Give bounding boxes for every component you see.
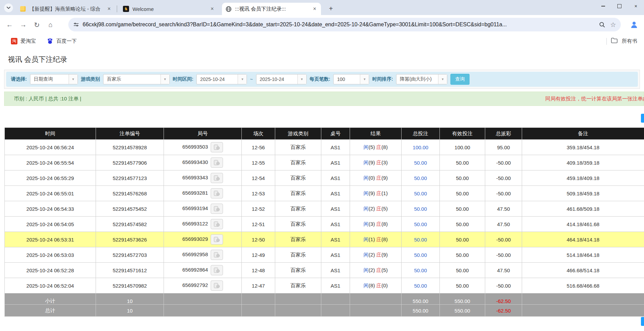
total-bet-link[interactable]: 50.00 (414, 237, 427, 243)
total-bet-link[interactable]: 50.00 (414, 160, 427, 166)
filter-panel: 请选择: 日期查询 ▼ 游戏类别 百家乐 ▼ 时间区间: 2025-10-24 … (4, 70, 640, 89)
reload-icon[interactable]: ↻ (30, 21, 44, 29)
site-info-icon[interactable] (73, 22, 79, 28)
cell-bet-id: 522914571612 (96, 263, 164, 278)
all-bookmarks-label: 所有书 (622, 38, 637, 44)
total-bet-link[interactable]: 50.00 (414, 221, 427, 227)
url-bar[interactable]: 66cxkj98.com/game/betrecord_search/kind3… (68, 18, 621, 31)
close-icon[interactable]: × (106, 6, 112, 12)
table-row[interactable]: 2025-10-24 06:52:04522914570982656992792… (5, 278, 644, 293)
cell-bet-id: 522914576268 (96, 186, 164, 201)
url-text: 66cxkj98.com/game/betrecord_search/kind3… (83, 22, 595, 28)
cell-table: AS1 (321, 217, 350, 232)
result-banker-points: (8) (381, 144, 388, 150)
cell-game-type: 百家乐 (275, 186, 321, 201)
result-banker-points: (0) (381, 282, 388, 288)
table-row[interactable]: 2025-10-24 06:55:29522914577123656993343… (5, 170, 644, 186)
total-bet-link[interactable]: 50.00 (414, 175, 427, 181)
cell-valid-bet: 50.00 (440, 170, 485, 186)
video-replay-button[interactable] (211, 265, 223, 275)
bookmarks-bar: 淘 爱淘宝 百度一下 所有书 (0, 35, 644, 48)
edge-widget-top[interactable] (641, 114, 644, 123)
date-end-input[interactable]: 2025-10-24 ▼ (256, 74, 307, 84)
cell-bet-id: 522914577123 (96, 170, 164, 186)
cell-bet-id: 522914575452 (96, 201, 164, 217)
home-icon[interactable]: ⌂ (44, 21, 57, 29)
search-button[interactable]: 查询 (450, 74, 470, 85)
round-number: 656992864 (182, 267, 208, 273)
table-row[interactable]: 2025-10-24 06:55:54522914577906656993430… (5, 155, 644, 170)
tab-forum[interactable]: 【新提醒】海燕策略论坛 - 综合 × (16, 3, 115, 15)
back-icon[interactable]: ← (3, 21, 16, 29)
close-window-button[interactable]: × (628, 0, 644, 12)
cell-result: 闲(8) 庄(0) (350, 278, 402, 293)
empty-cell (242, 305, 275, 317)
video-replay-button[interactable] (211, 219, 223, 229)
bookmark-baidu[interactable]: 百度一下 (47, 38, 77, 45)
date-end-value: 2025-10-24 (256, 77, 297, 82)
tab-welcome[interactable]: ♞ Welcome × (120, 3, 219, 15)
result-banker-label: 庄 (376, 236, 381, 242)
profile-avatar[interactable] (629, 19, 639, 30)
table-row[interactable]: 2025-10-24 06:52:28522914571612656992864… (5, 263, 644, 278)
table-row[interactable]: 2025-10-24 06:53:03522914572703656992958… (5, 247, 644, 263)
game-type-select[interactable]: 百家乐 ▼ (103, 74, 170, 84)
bookmark-star-icon[interactable]: ☆ (610, 21, 616, 29)
cell-time: 2025-10-24 06:55:29 (5, 170, 96, 186)
sort-select[interactable]: 降冪(由大到小) ▼ (396, 74, 447, 84)
video-replay-button[interactable] (211, 204, 223, 214)
new-tab-button[interactable]: + (326, 4, 335, 13)
video-replay-button[interactable] (211, 142, 223, 152)
tab-search-chevron-icon[interactable] (4, 3, 13, 12)
forward-icon[interactable]: → (16, 21, 30, 29)
video-replay-button[interactable] (211, 157, 223, 168)
total-bet-link[interactable]: 50.00 (414, 283, 427, 289)
total-valid-bet: 550.00 (440, 305, 485, 317)
total-bet-link[interactable]: 50.00 (414, 191, 427, 196)
video-replay-button[interactable] (211, 250, 223, 260)
cell-valid-bet: 50.00 (440, 155, 485, 170)
cell-valid-bet: 50.00 (440, 201, 485, 217)
grand-total-table: 总计 10 550.00 550.00 -62.50 (4, 304, 644, 317)
cell-time: 2025-10-24 06:52:28 (5, 263, 96, 278)
round-number: 656993122 (182, 221, 208, 226)
zoom-page-icon[interactable] (599, 22, 605, 28)
video-replay-button[interactable] (211, 173, 223, 183)
per-page-select[interactable]: 100 ▼ (333, 74, 369, 84)
bookmark-label: 爱淘宝 (20, 38, 36, 44)
edge-widget-bottom[interactable] (641, 317, 644, 326)
all-bookmarks[interactable]: 所有书 (606, 35, 644, 48)
table-row[interactable]: 2025-10-24 06:54:33522914575452656993194… (5, 201, 644, 217)
cell-payout: 95.00 (485, 140, 522, 155)
total-bet-link[interactable]: 100.00 (413, 144, 429, 150)
tab-bet-record[interactable]: :::视讯 会员下注纪录::: × (222, 3, 321, 15)
table-row[interactable]: 2025-10-24 06:54:05522914574582656993122… (5, 217, 644, 232)
video-replay-button[interactable] (211, 188, 223, 198)
minimize-button[interactable] (595, 0, 611, 12)
query-type-select[interactable]: 日期查询 ▼ (30, 74, 78, 84)
maximize-button[interactable] (611, 0, 628, 12)
table-row[interactable]: 2025-10-24 06:55:01522914576268656993281… (5, 186, 644, 201)
total-bet-link[interactable]: 50.00 (414, 252, 427, 258)
round-number: 656992958 (182, 251, 208, 257)
cell-round: 656992958 (164, 247, 242, 263)
result-banker-points: (1) (381, 190, 388, 196)
table-row[interactable]: 2025-10-24 06:53:31522914573626656993029… (5, 232, 644, 247)
result-player-points: (3) (369, 221, 377, 227)
result-player-points: (2) (369, 252, 377, 258)
video-replay-button[interactable] (211, 234, 223, 245)
close-icon[interactable]: × (209, 6, 215, 12)
cell-time: 2025-10-24 06:55:54 (5, 155, 96, 170)
cell-table: AS1 (321, 278, 350, 293)
video-replay-button[interactable] (211, 280, 223, 291)
total-bet-link[interactable]: 50.00 (414, 206, 427, 212)
total-bet-link[interactable]: 50.00 (414, 267, 427, 273)
close-icon[interactable]: × (312, 6, 318, 12)
date-start-input[interactable]: 2025-10-24 ▼ (196, 74, 247, 84)
result-player-points: (1) (369, 236, 377, 242)
game-type-label: 游戏类别 (81, 76, 100, 82)
total-label: 总计 (5, 305, 96, 317)
bookmark-aitaobao[interactable]: 淘 爱淘宝 (11, 38, 36, 44)
table-row[interactable]: 2025-10-24 06:56:24522914578928656993503… (5, 140, 644, 155)
total-payout: -62.50 (485, 305, 522, 317)
